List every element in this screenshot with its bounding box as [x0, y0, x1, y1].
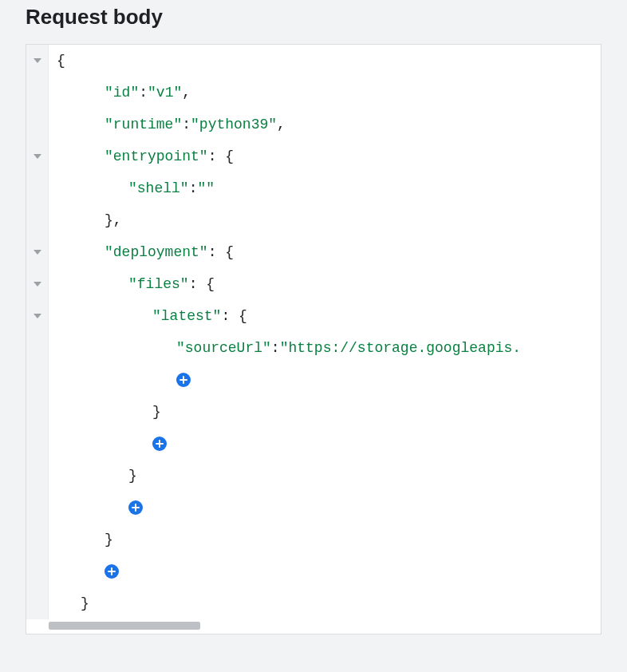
- gutter-row[interactable]: [26, 45, 48, 77]
- json-punct: }: [128, 460, 137, 492]
- code-line[interactable]: [52, 492, 597, 524]
- json-string: "": [197, 172, 215, 204]
- json-key: "runtime": [104, 109, 182, 140]
- gutter-row: [26, 332, 48, 364]
- code-line[interactable]: "deployment": {: [52, 236, 597, 268]
- json-string: "https://storage.googleapis.: [280, 332, 521, 364]
- json-punct: :: [271, 332, 280, 364]
- json-punct: }: [104, 524, 113, 555]
- gutter-row: [26, 460, 48, 492]
- json-key: "sourceUrl": [176, 332, 271, 364]
- gutter-row[interactable]: [26, 236, 48, 268]
- code-line[interactable]: [52, 555, 597, 587]
- json-key: "deployment": [104, 236, 208, 268]
- gutter-row: [26, 587, 48, 619]
- json-key: "files": [128, 268, 189, 300]
- code-line[interactable]: }: [52, 587, 597, 619]
- gutter-row: [26, 77, 48, 109]
- json-key: "entrypoint": [104, 140, 208, 172]
- json-punct: :: [139, 77, 148, 109]
- scrollbar-thumb[interactable]: [49, 622, 200, 630]
- code-line[interactable]: }: [52, 460, 597, 492]
- code-line[interactable]: [52, 364, 597, 396]
- code-line[interactable]: "sourceUrl": "https://storage.googleapis…: [52, 332, 597, 364]
- code-line[interactable]: }: [52, 524, 597, 555]
- gutter-row: [26, 555, 48, 587]
- json-string: "python39": [191, 109, 277, 140]
- json-key: "id": [104, 77, 139, 109]
- gutter-row: [26, 428, 48, 460]
- gutter-row: [26, 109, 48, 140]
- json-punct: },: [104, 204, 122, 236]
- json-punct: :: [189, 172, 198, 204]
- gutter-row: [26, 172, 48, 204]
- json-punct: }: [81, 587, 89, 619]
- json-punct: ,: [277, 109, 286, 140]
- gutter-row[interactable]: [26, 268, 48, 300]
- code-line[interactable]: [52, 428, 597, 460]
- gutter-row: [26, 396, 48, 428]
- fold-toggle-icon[interactable]: [34, 314, 41, 318]
- code-line[interactable]: {: [52, 45, 597, 77]
- fold-toggle-icon[interactable]: [34, 154, 41, 159]
- json-punct: : {: [221, 300, 246, 332]
- json-key: "shell": [128, 172, 189, 204]
- add-property-button[interactable]: [104, 564, 119, 579]
- code-line[interactable]: "latest": {: [52, 300, 597, 332]
- json-punct: : {: [208, 236, 234, 268]
- json-editor: {"id": "v1","runtime": "python39","entry…: [26, 44, 601, 634]
- gutter-row: [26, 524, 48, 555]
- gutter-row: [26, 492, 48, 524]
- gutter-row: [26, 364, 48, 396]
- gutter-row: [26, 204, 48, 236]
- add-property-button[interactable]: [176, 373, 191, 387]
- editor-gutter: [26, 45, 49, 619]
- code-line[interactable]: "runtime": "python39",: [52, 109, 597, 140]
- json-punct: }: [152, 396, 161, 428]
- json-punct: {: [57, 45, 65, 77]
- fold-toggle-icon[interactable]: [34, 250, 41, 255]
- code-line[interactable]: "id": "v1",: [52, 77, 597, 109]
- code-line[interactable]: "files": {: [52, 268, 597, 300]
- json-key: "latest": [152, 300, 221, 332]
- fold-toggle-icon[interactable]: [34, 58, 41, 63]
- add-property-button[interactable]: [128, 500, 143, 515]
- section-heading: Request body: [26, 0, 601, 30]
- code-line[interactable]: "shell": "": [52, 172, 597, 204]
- horizontal-scrollbar[interactable]: [26, 619, 601, 634]
- json-punct: ,: [182, 77, 191, 109]
- add-property-button[interactable]: [152, 437, 167, 451]
- editor-code[interactable]: {"id": "v1","runtime": "python39","entry…: [49, 45, 601, 619]
- gutter-row[interactable]: [26, 140, 48, 172]
- json-punct: : {: [189, 268, 215, 300]
- code-line[interactable]: "entrypoint": {: [52, 140, 597, 172]
- code-line[interactable]: },: [52, 204, 597, 236]
- json-string: "v1": [148, 77, 182, 109]
- json-punct: : {: [208, 140, 234, 172]
- gutter-row[interactable]: [26, 300, 48, 332]
- fold-toggle-icon[interactable]: [34, 282, 41, 287]
- code-line[interactable]: }: [52, 396, 597, 428]
- json-punct: :: [182, 109, 191, 140]
